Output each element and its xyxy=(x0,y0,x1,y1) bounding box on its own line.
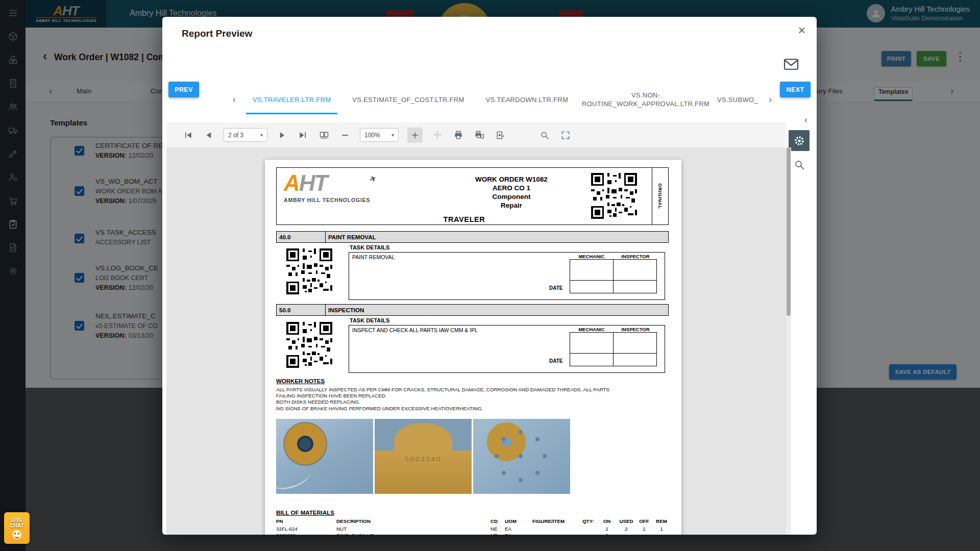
scrollbar-thumb[interactable] xyxy=(787,147,791,316)
collapse-panel-icon[interactable]: ‹ xyxy=(804,115,807,125)
report-tab-subwo[interactable]: VS.SUBWO_ xyxy=(713,85,763,114)
photo-part-stamp: 5003340 xyxy=(375,419,472,494)
multi-page-view-icon[interactable] xyxy=(318,129,330,141)
bom-col-on: ON xyxy=(600,518,614,524)
bill-of-materials-title: BILL OF MATERIALS xyxy=(276,510,334,516)
section-number: 50.0 xyxy=(277,305,325,315)
section-title: INSPECTION xyxy=(325,305,668,315)
magnifier-icon[interactable] xyxy=(793,159,805,171)
pan-icon[interactable] xyxy=(431,129,444,141)
next-report-button[interactable]: NEXT xyxy=(780,82,811,97)
caret-down-icon: ▾ xyxy=(391,132,394,138)
report-tab-non-routine-work-approval[interactable]: VS.NON-ROUTINE_WORK_APPROVAL.LTR.FRM xyxy=(579,85,713,114)
next-page-icon[interactable] xyxy=(276,129,288,141)
date-label: DATE xyxy=(549,285,562,291)
bom-col-figure-item: FIGURE/ITEM xyxy=(532,518,565,524)
preview-scrollbar[interactable] xyxy=(786,147,791,535)
bom-cd: NE xyxy=(491,526,498,532)
bom-qty-on: 2 xyxy=(600,526,614,532)
prev-report-button[interactable]: PREV xyxy=(168,82,199,97)
report-tab-teardown[interactable]: VS.TEARDOWN.LTR.FRM xyxy=(475,85,579,114)
bom-col-description: DESCRIPTION xyxy=(336,518,371,524)
section-title: PAINT REMOVAL xyxy=(325,232,668,242)
page-indicator: 2 of 3 xyxy=(228,132,243,139)
email-report-icon[interactable] xyxy=(783,58,799,73)
bom-uom: EA xyxy=(505,526,511,532)
report-tab-traveler[interactable]: VS.TRAVELER.LTR.FRM xyxy=(242,85,341,114)
zoom-in-icon[interactable] xyxy=(407,128,423,143)
report-tab-estimate-of-cost[interactable]: VS.ESTIMATE_OF_COST.LTR.FRM xyxy=(341,85,475,114)
mechanic-sign-cell xyxy=(570,259,614,281)
task-details-box: INSPECT AND CHECK ALL PARTS IAW CMM & IP… xyxy=(349,325,665,373)
task-text: PAINT REMOVAL xyxy=(352,254,395,260)
photo-pressure-plate xyxy=(473,419,570,494)
bom-description: RING, BACK-UP xyxy=(336,533,374,535)
report-logo-a: A xyxy=(284,170,299,195)
print-icon[interactable] xyxy=(452,129,464,141)
photo-brake-disk xyxy=(276,419,373,494)
live-chat-label-line1: LIVE xyxy=(11,517,22,523)
bom-qty-used: 2 xyxy=(617,526,635,532)
customer-name: AERO CO 1 xyxy=(445,184,578,192)
report-preview-modal: Report Preview × PREV NEXT ‹ VS.TRAVELER… xyxy=(162,17,817,535)
report-logo-ht: HT xyxy=(299,170,327,195)
worker-note-line: NO SIGNS OF BRAKE HAVING PERFORMED UNDER… xyxy=(276,406,609,412)
zoom-out-icon[interactable] xyxy=(339,129,351,141)
bom-col-used: USED xyxy=(617,518,635,524)
inspector-date-cell xyxy=(613,353,657,366)
last-page-icon[interactable] xyxy=(297,129,309,141)
inspector-date-cell xyxy=(613,280,657,293)
inspector-label: INSPECTOR xyxy=(614,327,657,332)
bom-cd: NE xyxy=(491,533,498,535)
fullscreen-icon[interactable] xyxy=(559,129,572,141)
bom-row: 32FL-624 NUT NE EA 2 2 1 1 xyxy=(276,526,669,533)
bom-qty-off: 1 xyxy=(636,526,652,532)
bom-qty-on: 6 xyxy=(600,533,614,535)
viewer-settings-icon[interactable] xyxy=(789,130,810,151)
modal-title: Report Preview xyxy=(182,28,252,39)
bom-col-off: OFF xyxy=(636,518,652,524)
caret-down-icon: ▾ xyxy=(260,132,263,138)
qr-code xyxy=(591,173,637,219)
inspection-photos: 5003340 xyxy=(276,419,570,494)
previous-page-icon[interactable] xyxy=(203,129,215,141)
job-type: Component xyxy=(445,192,578,201)
report-page: AHT✈ AMBRY HILL TECHNOLOGIES WORK ORDER … xyxy=(265,160,681,535)
section-number: 40.0 xyxy=(277,232,325,242)
task-text: INSPECT AND CHECK ALL PARTS IAW CMM & IP… xyxy=(352,327,478,333)
mechanic-date-cell xyxy=(570,280,614,293)
live-chat-button[interactable]: LIVE CHAT xyxy=(4,512,30,544)
bom-qty-rem: 1 xyxy=(654,526,669,532)
live-chat-label-line2: CHAT xyxy=(10,523,23,529)
report-tabs-right-icon[interactable]: › xyxy=(763,94,778,105)
close-icon[interactable]: × xyxy=(798,23,805,38)
viewer-toolbar: 2 of 3▾ 100%▾ xyxy=(166,122,786,147)
mechanic-label: MECHANIC xyxy=(570,327,614,332)
part-number-stamp: 5003340 xyxy=(375,456,472,463)
mechanic-date-cell xyxy=(570,353,614,366)
zoom-level: 100% xyxy=(364,132,380,139)
plane-icon: ✈ xyxy=(365,168,380,190)
bom-col-pn: PN xyxy=(276,518,283,524)
bom-col-uom: UOM xyxy=(505,518,517,524)
work-order-number: WORK ORDER W1082 xyxy=(445,175,578,184)
search-document-icon[interactable] xyxy=(538,129,551,141)
section-header: 50.0 INSPECTION xyxy=(276,304,669,316)
task-details-label: TASK DETAILS xyxy=(350,317,389,323)
report-tabs-left-icon[interactable]: ‹ xyxy=(227,94,242,105)
export-icon[interactable] xyxy=(494,129,506,141)
document-title: TRAVELER xyxy=(277,215,652,223)
section-header: 40.0 PAINT REMOVAL xyxy=(276,231,669,243)
page-selector[interactable]: 2 of 3▾ xyxy=(224,128,267,142)
worker-notes: ALL PARTS VISUALLY INSPECTED AS PER CMM … xyxy=(276,387,609,412)
print-current-page-icon[interactable] xyxy=(473,129,485,141)
report-tabs: ‹ VS.TRAVELER.LTR.FRM VS.ESTIMATE_OF_COS… xyxy=(227,85,778,114)
report-header-box: AHT✈ AMBRY HILL TECHNOLOGIES WORK ORDER … xyxy=(276,167,669,225)
first-page-icon[interactable] xyxy=(182,129,194,141)
zoom-selector[interactable]: 100%▾ xyxy=(360,128,399,142)
worker-note-line: BOTH DISKS NEEDED REPLACING. xyxy=(276,399,609,405)
bom-col-cd: CD xyxy=(491,518,498,524)
copy-type-label: ORIGINAL xyxy=(657,183,663,209)
report-logo-caption: AMBRY HILL TECHNOLOGIES xyxy=(284,197,370,203)
live-chat-face-icon xyxy=(12,530,21,539)
